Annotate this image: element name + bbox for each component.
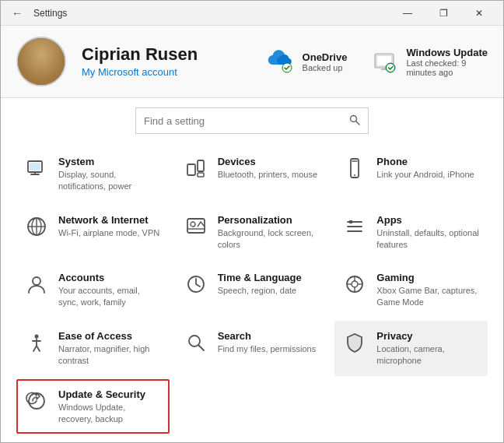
svg-point-32	[352, 281, 358, 287]
main-content: System Display, sound, notifications, po…	[1, 98, 503, 442]
network-icon	[24, 214, 49, 239]
time-title: Time & Language	[218, 272, 321, 283]
window-title: Settings	[33, 8, 67, 19]
svg-rect-12	[187, 164, 195, 175]
windows-update-desc: Last checked: 9minutes ago	[406, 58, 488, 77]
gaming-icon	[342, 272, 367, 297]
ease-icon	[24, 330, 49, 355]
apps-desc: Uninstall, defaults, optional features	[376, 227, 480, 251]
gaming-text: Gaming Xbox Game Bar, captures, Game Mod…	[376, 272, 480, 308]
cloud-status-area: OneDrive Backed up Windows Update	[267, 47, 488, 77]
phone-text: Phone Link your Android, iPhone	[376, 156, 480, 181]
settings-item-search[interactable]: Search Find my files, permissions	[176, 321, 329, 376]
close-button[interactable]: ✕	[461, 1, 497, 26]
privacy-desc: Location, camera, microphone	[376, 343, 480, 367]
gaming-desc: Xbox Game Bar, captures, Game Mode	[376, 285, 480, 308]
avatar	[16, 37, 66, 86]
gaming-title: Gaming	[376, 272, 480, 283]
network-text: Network & Internet Wi-Fi, airplane mode,…	[58, 214, 162, 239]
user-name: Ciprian Rusen	[82, 44, 251, 65]
settings-item-apps[interactable]: Apps Uninstall, defaults, optional featu…	[334, 205, 488, 260]
accounts-icon	[24, 272, 49, 297]
settings-item-time[interactable]: Time & Language Speech, region, date	[176, 262, 329, 318]
search-bar[interactable]	[135, 107, 369, 134]
window-controls: — ❐ ✕	[390, 1, 497, 26]
system-icon	[24, 156, 49, 181]
search-icon-button[interactable]	[349, 114, 360, 128]
svg-rect-13	[198, 160, 204, 171]
devices-text: Devices Bluetooth, printers, mouse	[218, 156, 321, 181]
privacy-title: Privacy	[376, 330, 480, 342]
personalization-text: Personalization Background, lock screen,…	[218, 214, 321, 251]
settings-item-update[interactable]: Update & Security Windows Update, recove…	[16, 379, 170, 434]
svg-line-7	[356, 121, 360, 125]
update-icon	[24, 389, 49, 413]
time-desc: Speech, region, date	[218, 285, 321, 297]
privacy-text: Privacy Location, camera, microphone	[376, 330, 480, 367]
network-desc: Wi-Fi, airplane mode, VPN	[58, 227, 162, 239]
settings-item-privacy[interactable]: Privacy Location, camera, microphone	[334, 321, 488, 376]
onedrive-text: OneDrive Backed up	[303, 51, 348, 72]
phone-desc: Link your Android, iPhone	[376, 169, 480, 181]
svg-point-16	[354, 174, 355, 176]
settings-grid: System Display, sound, notifications, po…	[16, 146, 488, 434]
svg-point-5	[387, 64, 395, 72]
svg-rect-14	[198, 173, 204, 177]
devices-desc: Bluetooth, printers, mouse	[218, 169, 321, 181]
search-text: Search Find my files, permissions	[218, 330, 321, 355]
time-text: Time & Language Speech, region, date	[218, 272, 321, 297]
svg-line-43	[198, 346, 204, 351]
ease-text: Ease of Access Narrator, magnifier, high…	[58, 330, 162, 367]
windows-update-text: Windows Update Last checked: 9minutes ag…	[406, 47, 488, 77]
svg-point-29	[33, 277, 40, 285]
onedrive-desc: Backed up	[303, 63, 348, 72]
settings-item-gaming[interactable]: Gaming Xbox Game Bar, captures, Game Mod…	[334, 262, 488, 318]
settings-item-ease[interactable]: Ease of Access Narrator, magnifier, high…	[16, 321, 170, 376]
system-title: System	[58, 156, 162, 167]
minimize-button[interactable]: —	[390, 1, 425, 26]
settings-item-devices[interactable]: Devices Bluetooth, printers, mouse	[176, 146, 329, 202]
svg-line-40	[33, 346, 37, 351]
settings-item-network[interactable]: Network & Internet Wi-Fi, airplane mode,…	[16, 205, 170, 260]
search-input[interactable]	[144, 115, 349, 127]
apps-text: Apps Uninstall, defaults, optional featu…	[376, 214, 480, 251]
accounts-text: Accounts Your accounts, email, sync, wor…	[58, 272, 162, 308]
onedrive-icon	[267, 47, 295, 76]
svg-line-41	[37, 346, 40, 351]
personalization-icon	[184, 214, 208, 239]
search-settings-icon	[184, 330, 208, 355]
back-button[interactable]: ←	[7, 5, 27, 21]
accounts-desc: Your accounts, email, sync, work, family	[58, 285, 162, 308]
maximize-button[interactable]: ❐	[425, 1, 461, 26]
svg-point-24	[191, 222, 195, 227]
user-info: Ciprian Rusen My Microsoft account	[82, 44, 251, 79]
settings-item-system[interactable]: System Display, sound, notifications, po…	[16, 146, 170, 202]
svg-point-37	[35, 335, 39, 339]
ease-title: Ease of Access	[58, 330, 162, 342]
windows-update-status: Windows Update Last checked: 9minutes ag…	[370, 47, 488, 77]
accounts-title: Accounts	[58, 272, 162, 283]
search-title: Search	[218, 330, 321, 342]
system-desc: Display, sound, notifications, power	[58, 169, 162, 192]
settings-item-personalization[interactable]: Personalization Background, lock screen,…	[176, 205, 329, 260]
apps-title: Apps	[376, 214, 480, 226]
apps-icon	[342, 214, 367, 239]
update-desc: Windows Update, recovery, backup	[58, 402, 162, 425]
network-title: Network & Internet	[58, 214, 162, 226]
time-icon	[184, 272, 208, 297]
ease-desc: Narrator, magnifier, high contrast	[58, 343, 162, 367]
phone-icon	[342, 156, 367, 181]
settings-item-phone[interactable]: Phone Link your Android, iPhone	[334, 146, 488, 202]
onedrive-title: OneDrive	[303, 51, 348, 63]
search-desc: Find my files, permissions	[218, 343, 321, 355]
personalization-desc: Background, lock screen, colors	[218, 227, 321, 251]
personalization-title: Personalization	[218, 214, 321, 226]
update-text: Update & Security Windows Update, recove…	[58, 389, 162, 425]
title-bar: ← Settings — ❐ ✕	[1, 1, 503, 26]
settings-item-accounts[interactable]: Accounts Your accounts, email, sync, wor…	[16, 262, 170, 318]
system-text: System Display, sound, notifications, po…	[58, 156, 162, 192]
microsoft-account-link[interactable]: My Microsoft account	[82, 66, 177, 78]
windows-update-icon	[370, 47, 398, 76]
update-title: Update & Security	[58, 389, 162, 400]
user-header: Ciprian Rusen My Microsoft account OneDr…	[1, 26, 503, 98]
